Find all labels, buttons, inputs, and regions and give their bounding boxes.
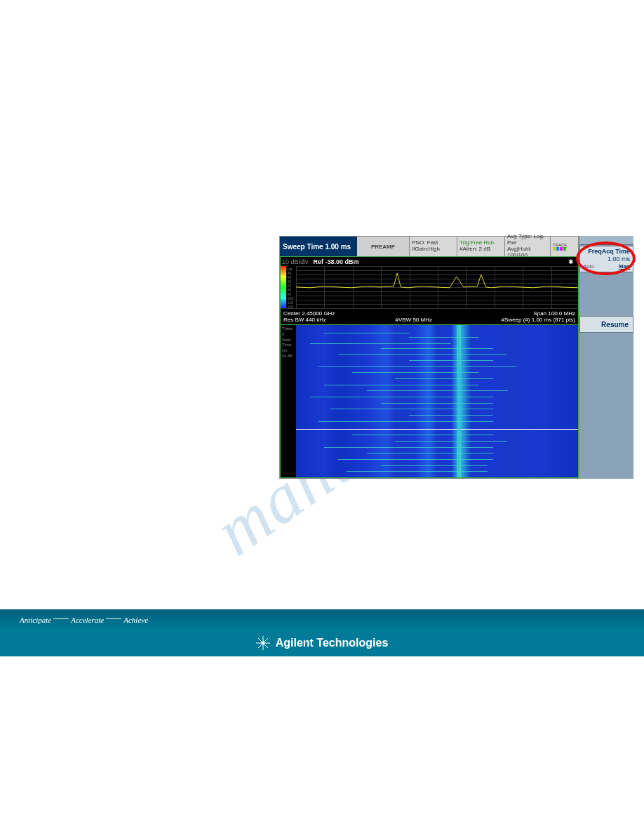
- tagline-achieve: Achieve: [123, 616, 148, 624]
- mode-man: Man: [619, 263, 630, 270]
- trace-plot-area: Log -48-58-68-78-88-98-108-118-128: [280, 266, 579, 308]
- trace-yaxis: Log -48-58-68-78-88-98-108-118-128: [281, 266, 296, 308]
- brand-row: Agilent Technologies: [0, 630, 644, 656]
- brand-name: Agilent Technologies: [276, 637, 389, 649]
- sweep-pts: #Sweep (#) 1.00 ms (871 pts): [502, 317, 575, 323]
- spec-time-val: 54.88: [282, 354, 295, 359]
- spectrogram-plot: [296, 325, 578, 477]
- pno-line2: IfGain:High: [412, 246, 455, 253]
- spec-trace-num: 0: [282, 332, 295, 338]
- y-labels: Log -48-58-68-78-88-98-108-118-128: [286, 266, 296, 308]
- spec-time-lbl: Time: [282, 343, 295, 348]
- spec-trace-lbl: Trace: [282, 326, 295, 332]
- agilent-logo: Agilent Technologies: [256, 636, 389, 650]
- ref-value: Ref -38.00 dBm: [314, 258, 359, 265]
- trig-cell: Trig:Free Run #Atten: 2 dB: [457, 237, 505, 256]
- spectrum-analyzer-screenshot: Sweep Time 1.00 ms PREAMP PNO: Fast IfGa…: [279, 236, 633, 479]
- trace-plot: [296, 266, 578, 308]
- main-display: Sweep Time 1.00 ms PREAMP PNO: Fast IfGa…: [279, 236, 579, 479]
- resume-button[interactable]: Resume: [579, 316, 633, 333]
- freqacq-title: FreqAcq Time: [583, 248, 630, 256]
- trace-info-bar: Center 2.45000 GHz Span 100.0 MHz Res BW…: [280, 308, 579, 325]
- svg-point-4: [262, 642, 264, 644]
- footer-bar: Anticipate Accelerate Achieve Agilent Te…: [0, 609, 644, 656]
- marker-star-icon: ✱: [568, 258, 574, 265]
- tagline-row: Anticipate Accelerate Achieve: [0, 609, 644, 630]
- spectrogram-area: Trace 0 Start Time (s): 54.88: [280, 325, 579, 478]
- tagline-anticipate: Anticipate: [20, 616, 51, 624]
- top-info-bar: Sweep Time 1.00 ms PREAMP PNO: Fast IfGa…: [280, 237, 579, 256]
- mode-auto: Auto: [583, 263, 594, 270]
- span: Span 100.0 MHz: [533, 310, 575, 317]
- sweep-control-header[interactable]: [579, 236, 633, 245]
- spectrum-trace: [296, 266, 578, 308]
- vbw: #VBW 50 MHz: [396, 317, 432, 323]
- starburst-icon: [256, 636, 270, 650]
- center-freq: Center 2.45000 GHz: [283, 310, 335, 317]
- freqacq-time-button[interactable]: FreqAcq Time 1.00 ms Auto Man: [579, 246, 633, 272]
- avg-type: Avg Type: Log-Pwr: [507, 234, 548, 246]
- color-scale: [281, 266, 286, 308]
- res-bw: Res BW 440 kHz: [283, 317, 326, 323]
- pno-cell: PNO: Fast IfGain:High: [410, 237, 457, 256]
- db-div: 10 dB/div: [282, 258, 309, 265]
- preamp-indicator: PREAMP: [357, 237, 410, 256]
- spec-start-lbl: Start: [282, 338, 295, 343]
- tagline-accelerate: Accelerate: [71, 616, 104, 624]
- spec-s-lbl: (s):: [282, 348, 295, 354]
- avg-cell: Avg Type: Log-Pwr Avg|Hold: 100/100: [505, 237, 551, 256]
- softkey-panel: FreqAcq Time 1.00 ms Auto Man Resume: [579, 236, 633, 479]
- reference-bar: 10 dB/div Ref -38.00 dBm ✱: [280, 256, 579, 266]
- spectrogram-yaxis: Trace 0 Start Time (s): 54.88: [281, 325, 296, 477]
- sweep-time-label: Sweep Time 1.00 ms: [280, 237, 357, 256]
- trace-indicator-cell: TRACE: [551, 237, 579, 256]
- freqacq-value: 1.00 ms: [583, 256, 630, 263]
- atten-line: #Atten: 2 dB: [459, 246, 502, 253]
